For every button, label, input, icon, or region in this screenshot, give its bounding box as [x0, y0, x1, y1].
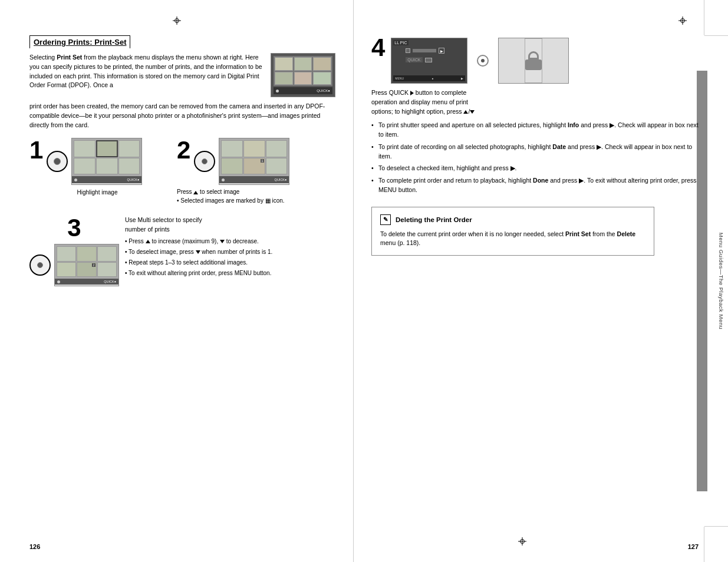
- step4-bullets: To print shutter speed and aperture on a…: [371, 121, 699, 194]
- note-header: ✎ Deleting the Print Order: [380, 214, 645, 225]
- corner-line-right-h: [704, 35, 728, 36]
- step2: 2: [177, 138, 312, 205]
- right-page-number: 127: [688, 543, 699, 550]
- step4-bullet-3: To deselect a checked item, highlight an…: [371, 164, 699, 173]
- lock-icon: [525, 51, 542, 70]
- left-page-number: 126: [29, 543, 40, 550]
- step3-bullet-3: • Repeat steps 1–3 to select additional …: [125, 258, 272, 267]
- step3-left: 3 2: [29, 216, 119, 286]
- step4-caption: Press QUICK button to complete operation…: [371, 88, 699, 116]
- steps-1-2-row: 1: [29, 138, 335, 205]
- intro-text-continued: print order has been created, the memory…: [29, 102, 335, 130]
- step3-content: Use Multi selector to specifynumber of p…: [125, 216, 272, 279]
- step3-camera-icon: [29, 254, 51, 276]
- step1: 1: [29, 138, 165, 197]
- reg-mark-top-right: [678, 16, 687, 25]
- intro-text-span: Selecting Print Set from the playback me…: [29, 54, 262, 88]
- step4-bullet-2: To print date of recording on all select…: [371, 143, 699, 161]
- step3-bullet-4: • To exit without altering print order, …: [125, 269, 272, 277]
- step4-bullet-4: To complete print order and return to pl…: [371, 176, 699, 195]
- step3-bullet-2: • To deselect image, press when number o…: [125, 247, 272, 256]
- step4-bullet-1: To print shutter speed and aperture on a…: [371, 121, 699, 140]
- step1-caption: Highlight image: [29, 189, 165, 197]
- right-page: Menu Guides—The Playback Menu 4 LL PIC: [354, 0, 728, 562]
- step3-number: 3: [67, 216, 81, 240]
- corner-line-right-bottom: [704, 527, 704, 562]
- intro-text: Selecting Print Set from the playback me…: [29, 53, 265, 97]
- step2-thumb: 1 QUICK●: [219, 138, 289, 185]
- corner-line-right: [704, 0, 704, 35]
- step4-arrows: [477, 55, 489, 67]
- note-text: To delete the current print order when i…: [380, 230, 645, 249]
- note-icon: ✎: [380, 214, 391, 225]
- intro-row: Selecting Print Set from the playback me…: [29, 53, 335, 97]
- step2-content: 1 QUICK●: [194, 138, 289, 185]
- sidebar-text: Menu Guides—The Playback Menu: [718, 233, 724, 329]
- step3: 3 2: [29, 216, 335, 286]
- note-box: ✎ Deleting the Print Order To delete the…: [371, 207, 654, 256]
- step4-header: 4 LL PIC ▶: [371, 35, 699, 84]
- step3-main-caption: Use Multi selector to specifynumber of p…: [125, 216, 272, 234]
- step4: 4 LL PIC ▶: [371, 35, 699, 195]
- intro-thumbnail: QUICK●: [271, 53, 335, 97]
- step1-number: 1: [29, 138, 43, 163]
- step3-bullet-1: • Press to increase (maximum 9), to decr…: [125, 237, 272, 246]
- step3-thumb: 2 QUICK●: [54, 244, 119, 286]
- step2-caption: Press to select image • Selected images …: [177, 187, 312, 205]
- step1-camera-icon: [47, 151, 68, 172]
- section-title: Ordering Prints: Print-Set: [29, 35, 130, 48]
- corner-line-right-bottom-h: [704, 526, 728, 527]
- page-container: Ordering Prints: Print-Set Selecting Pri…: [0, 0, 728, 562]
- step1-thumb: QUICK●: [71, 138, 142, 185]
- left-page: Ordering Prints: Print-Set Selecting Pri…: [0, 0, 354, 562]
- step4-number: 4: [371, 35, 385, 60]
- step2-number: 2: [177, 138, 190, 163]
- step1-content: QUICK●: [47, 138, 142, 185]
- step2-camera-icon: [194, 151, 215, 172]
- reg-mark-top: [173, 16, 181, 25]
- step4-thumb1: LL PIC ▶ QUICK: [391, 38, 467, 84]
- step4-images: LL PIC ▶ QUICK: [391, 38, 569, 84]
- note-title: Deleting the Print Order: [396, 216, 472, 223]
- reg-mark-bottom: [518, 537, 526, 546]
- step4-thumb2: [498, 38, 569, 84]
